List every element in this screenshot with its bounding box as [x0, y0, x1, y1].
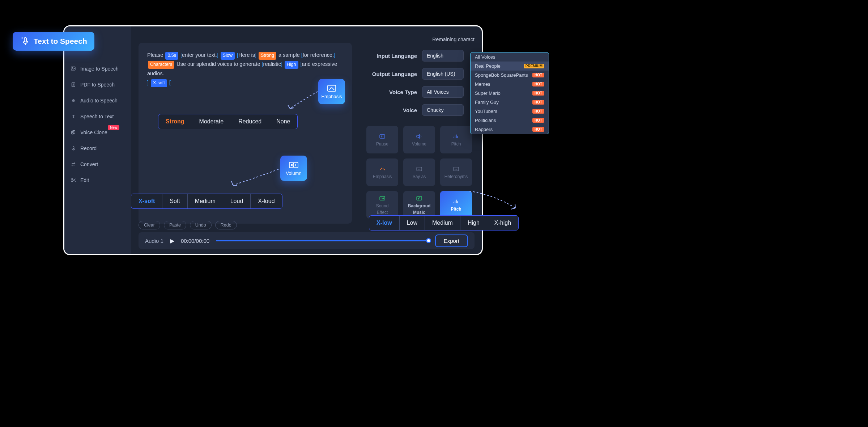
voice-label: Voice [366, 107, 417, 113]
tool-pitch[interactable]: Pitch [440, 126, 472, 153]
remaining-characters: Remaining charact [432, 37, 475, 42]
redo-button[interactable]: Redo [215, 221, 237, 229]
volume-option-loud[interactable]: Loud [223, 194, 251, 208]
tool-pause[interactable]: Pause [366, 126, 398, 153]
pitch-option-xhigh[interactable]: X-high [487, 216, 518, 230]
output-language-select[interactable]: English (US) [422, 68, 464, 80]
tool-label: Pitch [451, 141, 461, 147]
sidebar-item-edit[interactable]: Edit [64, 172, 131, 188]
editor-text: enter your text. [182, 52, 217, 58]
pitch-option-medium[interactable]: Medium [425, 216, 460, 230]
emphasis-options: Strong Moderate Reduced None [158, 114, 298, 129]
tool-background-music[interactable]: Backgroud Music [403, 191, 435, 219]
volume-options: X-soft Soft Medium Loud X-loud [131, 194, 282, 209]
input-language-select[interactable]: English [422, 50, 464, 62]
sidebar-item-pdf-to-speech[interactable]: PDF to Speech [64, 77, 131, 93]
sidebar-item-speech-to-text[interactable]: Speech to Text [64, 109, 131, 124]
dropdown-item-rappers[interactable]: RappersHOT [471, 125, 549, 134]
slider-thumb[interactable] [426, 238, 431, 243]
sayas-icon: abc [414, 165, 424, 173]
tool-label: Sound [376, 203, 389, 208]
dropdown-item-family-guy[interactable]: Family GuyHOT [471, 98, 549, 107]
emphasis-option-strong[interactable]: Strong [158, 114, 192, 129]
strong-chip[interactable]: Strong [259, 52, 276, 60]
pitch-option-low[interactable]: Low [400, 216, 425, 230]
dropdown-item-youtubers[interactable]: YouTubersHOT [471, 107, 549, 116]
volume-option-xsoft[interactable]: X-soft [131, 194, 162, 208]
export-button[interactable]: Export [435, 234, 468, 247]
high-chip[interactable]: High [285, 61, 298, 69]
tool-volume[interactable]: Volume [403, 126, 435, 153]
sidebar: Image to Speech PDF to Speech Audio to S… [64, 26, 131, 254]
emphasis-option-moderate[interactable]: Moderate [192, 114, 231, 129]
play-button[interactable]: ▶ [170, 237, 174, 244]
dropdown-item-super-mario[interactable]: Super MarioHOT [471, 89, 549, 98]
tool-label: Say as [413, 174, 426, 179]
svg-text:abc: abc [455, 168, 458, 170]
sidebar-item-image-to-speech[interactable]: Image to Speech [64, 61, 131, 77]
editor-actions: Clear Paste Undo Redo [139, 221, 237, 229]
tool-sound-effect[interactable]: Sound Effect [366, 191, 398, 219]
characters-chip[interactable]: Characters [148, 61, 174, 69]
sidebar-item-record[interactable]: Record [64, 140, 131, 156]
sidebar-item-convert[interactable]: Convert [64, 156, 131, 172]
hot-badge: HOT [532, 73, 544, 77]
xsoft-chip[interactable]: X-soft [151, 79, 167, 87]
volume-icon [414, 133, 424, 140]
volume-card-label: Volumn [286, 170, 301, 176]
tool-heteronyms[interactable]: abc Heteronyms [440, 158, 472, 186]
voice-select[interactable]: Chucky [422, 104, 464, 116]
sidebar-label: Audio to Speech [80, 98, 118, 103]
hot-badge: HOT [532, 91, 544, 96]
voice-type-dropdown: All Voices Real PeoplePREMIUM SpongeBob … [470, 52, 549, 134]
svg-point-1 [72, 68, 73, 68]
svg-rect-16 [328, 85, 336, 92]
dropdown-item-memes[interactable]: MemesHOT [471, 80, 549, 89]
tool-label: Pause [376, 141, 388, 147]
pause-chip[interactable]: 0.5s [165, 52, 178, 60]
track-name: Audio 1 [145, 238, 163, 244]
pdf-icon [71, 82, 77, 87]
tool-emphasis[interactable]: Emphasis [366, 158, 398, 186]
hot-badge: HOT [532, 100, 544, 105]
dropdown-item-all-voices[interactable]: All Voices [471, 52, 549, 62]
sidebar-label: Convert [80, 161, 98, 167]
voice-type-select[interactable]: All Voices [422, 86, 464, 98]
sidebar-item-audio-to-speech[interactable]: Audio to Speech [64, 93, 131, 109]
volume-option-soft[interactable]: Soft [162, 194, 187, 208]
clear-button[interactable]: Clear [139, 221, 160, 229]
tts-badge-text: Text to Speech [34, 37, 87, 46]
pitch-option-high[interactable]: High [460, 216, 487, 230]
dropdown-item-label: Family Guy [475, 100, 499, 105]
pitch-option-xlow[interactable]: X-low [369, 216, 400, 230]
tool-label: Emphasis [373, 174, 392, 179]
arrow-icon [286, 89, 322, 114]
sidebar-label: Voice Clone [80, 130, 107, 135]
mic-icon [71, 146, 77, 151]
hot-badge: HOT [532, 109, 544, 114]
editor-text: Use our splendid voices to generate [176, 61, 260, 67]
paste-button[interactable]: Paste [164, 221, 186, 229]
tool-say-as[interactable]: abc Say as [403, 158, 435, 186]
dropdown-item-politicians[interactable]: PoliticiansHOT [471, 116, 549, 125]
dropdown-item-spongebob[interactable]: SpongeBob SquarePantsHOT [471, 71, 549, 80]
volume-option-xloud[interactable]: X-loud [251, 194, 282, 208]
undo-button[interactable]: Undo [190, 221, 212, 229]
hot-badge: HOT [532, 82, 544, 86]
sidebar-item-voice-clone[interactable]: Voice Clone New [64, 124, 131, 140]
tool-label: Backgroud [408, 203, 431, 208]
seek-slider[interactable] [216, 240, 429, 241]
sidebar-label: Edit [80, 177, 89, 183]
emphasis-icon [326, 84, 337, 93]
slow-chip[interactable]: Slow [221, 52, 235, 60]
bracket-icon: ] [334, 52, 335, 58]
dropdown-item-real-people[interactable]: Real PeoplePREMIUM [471, 62, 549, 71]
pitch-icon [451, 198, 461, 205]
bracket-icon: ] [255, 52, 256, 58]
dropdown-item-label: Real People [475, 63, 501, 69]
emphasis-option-reduced[interactable]: Reduced [231, 114, 269, 129]
emphasis-card-label: Emphasis [321, 94, 342, 99]
volume-option-medium[interactable]: Medium [188, 194, 223, 208]
emphasis-option-none[interactable]: None [269, 114, 297, 129]
text-icon [71, 114, 77, 119]
